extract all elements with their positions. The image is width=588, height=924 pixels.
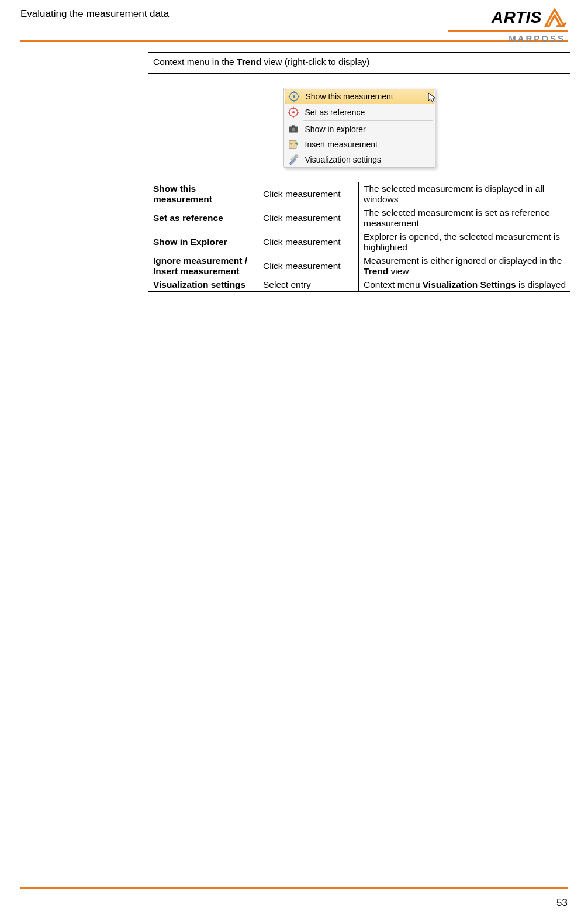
tools-icon xyxy=(288,154,299,165)
marposs-logo-text: MARPOSS xyxy=(448,33,568,43)
svg-rect-15 xyxy=(289,140,296,148)
context-menu-description-table: Context menu in the Trend view (right-cl… xyxy=(148,52,570,292)
row-action: Click measurement xyxy=(258,230,359,254)
ctx-item-show-in-explorer[interactable]: Show in explorer xyxy=(284,122,435,137)
target-blue-icon xyxy=(288,91,300,102)
page-heading: Evaluating the measurement data xyxy=(20,7,169,20)
table-row: Show this measurement Click measurement … xyxy=(148,182,570,206)
ctx-label: Visualization settings xyxy=(305,155,381,164)
cursor-icon xyxy=(427,92,438,104)
svg-point-7 xyxy=(292,111,295,113)
brand-logo-block: ARTIS MARPOSS xyxy=(448,7,568,43)
row-name: Visualization settings xyxy=(153,280,245,289)
table-title-suffix: view (right-click to display) xyxy=(261,57,369,67)
row-desc: The selected measurement is displayed in… xyxy=(359,182,570,206)
row-desc: Context menu Visualization Settings is d… xyxy=(359,278,570,292)
table-row: Ignore measurement / Insert measurement … xyxy=(148,254,570,278)
row-name: Show this measurement xyxy=(153,184,212,204)
ctx-item-show-this-measurement[interactable]: Show this measurement xyxy=(285,89,434,104)
row-desc: Measurement is either ignored or display… xyxy=(359,254,570,278)
table-row: Visualization settings Select entry Cont… xyxy=(148,278,570,292)
page-number: 53 xyxy=(556,897,568,909)
row-desc: The selected measurement is set as refer… xyxy=(359,206,570,230)
table-row: Show in Explorer Click measurement Explo… xyxy=(148,230,570,254)
ctx-divider xyxy=(303,120,433,121)
artis-logo-swoosh-icon xyxy=(544,7,568,28)
row-desc: Explorer is opened, the selected measure… xyxy=(359,230,570,254)
table-title-bold: Trend xyxy=(237,57,261,67)
ctx-item-set-as-reference[interactable]: Set as reference xyxy=(284,105,435,120)
ctx-label: Insert measurement xyxy=(305,140,378,149)
table-row: Set as reference Click measurement The s… xyxy=(148,206,570,230)
row-action: Click measurement xyxy=(258,182,359,206)
svg-point-16 xyxy=(290,143,292,144)
camera-icon xyxy=(288,124,299,135)
target-red-icon xyxy=(288,107,299,118)
footer-divider xyxy=(20,887,568,889)
insert-icon xyxy=(288,139,299,150)
row-action: Select entry xyxy=(258,278,359,292)
row-action: Click measurement xyxy=(258,206,359,230)
svg-rect-14 xyxy=(291,125,295,127)
svg-point-1 xyxy=(293,95,295,98)
row-name: Set as reference xyxy=(153,213,223,223)
row-name: Ignore measurement / Insert measurement xyxy=(153,256,247,276)
ctx-item-insert-measurement[interactable]: Insert measurement xyxy=(284,137,435,152)
ctx-label: Show in explorer xyxy=(305,125,366,134)
svg-point-13 xyxy=(291,127,295,132)
table-title-cell: Context menu in the Trend view (right-cl… xyxy=(148,53,570,74)
ctx-label: Show this measurement xyxy=(306,92,393,101)
context-menu-screenshot-cell: Show this measurement Set as reference S… xyxy=(148,74,570,182)
row-action: Click measurement xyxy=(258,254,359,278)
table-title-prefix: Context menu in the xyxy=(153,57,237,67)
row-name: Show in Explorer xyxy=(153,237,227,247)
artis-logo-text: ARTIS xyxy=(492,8,542,27)
context-menu: Show this measurement Set as reference S… xyxy=(283,88,435,168)
ctx-item-visualization-settings[interactable]: Visualization settings xyxy=(284,152,435,167)
ctx-label: Set as reference xyxy=(305,108,365,117)
svg-point-17 xyxy=(295,155,298,158)
